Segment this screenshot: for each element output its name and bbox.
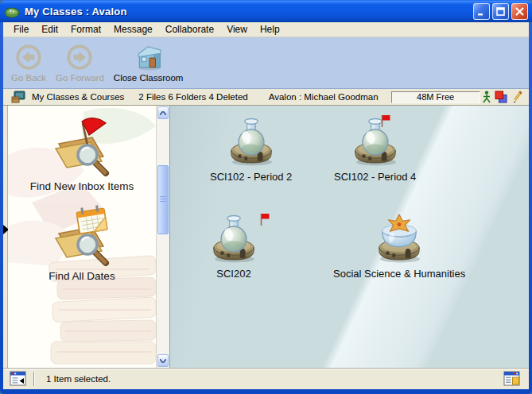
- panel-toggle-icon[interactable]: [10, 371, 27, 387]
- title-bar[interactable]: My Classes : Avalon: [0, 0, 532, 22]
- folder-calendar-search-icon: [45, 205, 118, 268]
- desktop-item-label: SCI102 - Period 2: [210, 171, 292, 183]
- chevron-up-icon: [160, 111, 166, 115]
- close-button[interactable]: [511, 3, 528, 20]
- flask-classroom-icon: [228, 117, 274, 166]
- sidebar-pane: Find New Inbox Items Find All Dates: [8, 106, 156, 368]
- sidebar-item-label: Find All Dates: [49, 270, 115, 282]
- folder-stats: 2 Files 6 Folders 4 Deleted: [138, 92, 247, 102]
- minimize-icon: [477, 7, 486, 16]
- menu-file[interactable]: File: [7, 22, 35, 37]
- maximize-button[interactable]: [492, 3, 509, 20]
- menu-bar: File Edit Format Message Collaborate Vie…: [3, 22, 529, 37]
- unread-flag-icon: [380, 114, 391, 129]
- close-icon: [515, 7, 524, 16]
- classroom-desktop-pane[interactable]: SCI102 - Period 2 SCI102 - Period 4 SCI2…: [170, 106, 529, 368]
- statusbar-divider: [33, 372, 35, 386]
- desktop-item-label: SCI202: [216, 268, 250, 280]
- menu-view[interactable]: View: [220, 22, 254, 37]
- selection-status-text: 1 Item selected.: [46, 374, 503, 384]
- sidebar-item-label: Find New Inbox Items: [30, 180, 134, 192]
- container-icon: [11, 91, 25, 104]
- go-forward-button[interactable]: Go Forward: [51, 41, 109, 84]
- pencil-icon[interactable]: [511, 91, 522, 103]
- menu-message[interactable]: Message: [107, 22, 159, 37]
- thumb-grip: [160, 196, 166, 203]
- desktop-item-sci102-period-4[interactable]: SCI102 - Period 4: [334, 117, 416, 183]
- folder-flag-search-icon: [45, 115, 118, 179]
- unread-flag-icon: [259, 213, 270, 227]
- scroll-down-button[interactable]: [157, 354, 169, 367]
- go-back-button[interactable]: Go Back: [6, 41, 51, 84]
- server-identity: Avalon : Michael Goodman: [269, 92, 379, 102]
- desktop-item-social-science-humanities[interactable]: Social Science & Humanities: [333, 214, 465, 280]
- sidebar-item-find-all-dates[interactable]: Find All Dates: [8, 205, 156, 282]
- desktop-item-sci102-period-2[interactable]: SCI102 - Period 2: [210, 117, 292, 183]
- quota-meter: 48M Free: [391, 91, 480, 103]
- person-icon[interactable]: [483, 91, 491, 103]
- layered-squares-icon[interactable]: [495, 91, 507, 103]
- app-icon: [4, 4, 20, 18]
- forward-arrow-icon: [65, 42, 94, 72]
- chevron-down-icon: [160, 359, 166, 363]
- status-bar: 1 Item selected.: [3, 368, 529, 389]
- content-area: Find New Inbox Items Find All Dates: [3, 106, 529, 368]
- toolbar: Go Back Go Forward: [3, 37, 529, 89]
- go-back-label: Go Back: [11, 73, 46, 83]
- menu-edit[interactable]: Edit: [35, 22, 64, 37]
- container-path: My Classes & Courses: [32, 92, 124, 102]
- close-classroom-label: Close Classroom: [114, 73, 184, 83]
- desktop-item-label: SCI102 - Period 4: [334, 171, 416, 183]
- desktop-item-label: Social Science & Humanities: [333, 268, 465, 280]
- sidebar-scrollbar[interactable]: [156, 106, 170, 368]
- back-arrow-icon: [14, 42, 43, 72]
- menu-format[interactable]: Format: [64, 22, 107, 37]
- classroom-building-icon: [134, 42, 163, 72]
- flask-classroom-icon: [211, 214, 257, 263]
- scrollbar-thumb[interactable]: [157, 165, 169, 234]
- go-forward-label: Go Forward: [56, 73, 104, 83]
- menu-collaborate[interactable]: Collaborate: [159, 22, 220, 37]
- sidebar-item-find-new-inbox-items[interactable]: Find New Inbox Items: [8, 115, 156, 192]
- close-classroom-button[interactable]: Close Classroom: [109, 41, 188, 84]
- view-mode-icon[interactable]: [503, 371, 521, 387]
- maximize-icon: [496, 7, 505, 16]
- minimize-button[interactable]: [473, 3, 490, 20]
- window-title: My Classes : Avalon: [25, 6, 471, 17]
- app-window: My Classes : Avalon File Edit Format Mes…: [0, 0, 532, 394]
- bowl-starfish-classroom-icon: [376, 214, 422, 263]
- scroll-up-button[interactable]: [157, 106, 169, 119]
- quota-text: 48M Free: [417, 92, 454, 102]
- desktop-item-sci202[interactable]: SCI202: [211, 214, 257, 280]
- info-bar: My Classes & Courses 2 Files 6 Folders 4…: [3, 89, 529, 106]
- menu-help[interactable]: Help: [254, 22, 286, 37]
